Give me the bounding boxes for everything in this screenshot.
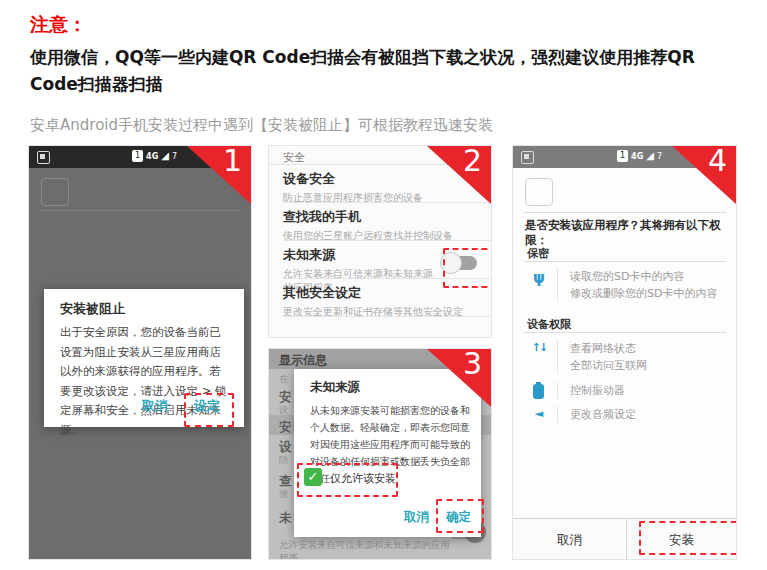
battery-indicator: 7 [657, 152, 662, 161]
install-button-bar: 取消 安装 [513, 518, 736, 559]
section-device-permissions: 设备权限 [527, 317, 571, 332]
dialog-title: 未知来源 [310, 379, 360, 396]
step-number: 4 [708, 145, 727, 178]
dialog-title: 安装被阻止 [60, 300, 125, 318]
screenshot-unknown-sources-dialog: 显示信息 在 安 设 安 设 防 查 使 未 允许安装来自可信来源和未知来源的应… [268, 348, 492, 560]
app-icon-placeholder [41, 178, 69, 206]
setting-title: 其他安全设定 [283, 284, 477, 302]
unknown-sources-dialog: 未知来源 从未知来源安装可能损害您的设备和个人数据。轻敲确定，即表示您同意对因使… [294, 369, 481, 537]
divider [283, 202, 491, 203]
setting-title: 查找我的手机 [283, 208, 477, 226]
cancel-button[interactable]: 取消 [142, 397, 168, 415]
install-question: 是否安装该应用程序？其将拥有以下权限： [525, 218, 730, 248]
dimmed-bottom-text: 允许安装来自可信来源和未知来源的应用程序 [279, 539, 454, 560]
notice-body: 使用微信，QQ等一些内建QR Code扫描会有被阻挡下载之状况，强烈建议使用推荐… [30, 44, 744, 98]
dialog-body: 出于安全原因，您的设备当前已设置为阻止安装从三星应用商店以外的来源获得的应用程序… [60, 323, 231, 440]
signal-icon: ◢ [161, 151, 169, 161]
permission-line: 全部访问互联网 [570, 357, 728, 374]
screenshot-security-settings: 安全 设备安全 防止恶意应用程序损害您的设备 查找我的手机 使用您的三星账户远程… [268, 145, 492, 338]
permission-sdcard: ψ 读取您的SD卡中的内容 修改或删除您的SD卡中的内容 [527, 268, 728, 302]
unknown-sources-toggle[interactable] [443, 256, 477, 270]
divider [39, 210, 241, 211]
permission-line: 查看网络状态 [570, 340, 728, 357]
allow-once-checkbox[interactable]: ✓ [304, 468, 322, 486]
settings-section-title: 安全 [283, 150, 305, 165]
setting-item-device-security[interactable]: 设备安全 防止恶意应用程序损害您的设备 [283, 170, 477, 205]
divider [523, 332, 726, 333]
divider [523, 261, 726, 262]
toggle-knob [440, 252, 462, 274]
dimmed-partial-text: 使 [279, 488, 289, 501]
notification-icon [521, 151, 534, 164]
setting-item-other-security[interactable]: 其他安全设定 更改安全更新和证书存储等其他安全设定 [283, 284, 477, 319]
setting-title: 未知来源 [283, 246, 437, 264]
divider [283, 278, 491, 279]
step-number: 2 [463, 145, 482, 178]
vibrate-icon [533, 384, 544, 399]
check-icon: ✓ [308, 469, 319, 484]
permission-network: ↑↓ 查看网络状态 全部访问互联网 [527, 340, 728, 374]
permission-line: 更改音频设定 [570, 406, 728, 423]
tutorial-page: 注意： 使用微信，QQ等一些内建QR Code扫描会有被阻挡下载之状况，强烈建议… [0, 0, 767, 570]
app-icon-placeholder [525, 178, 553, 206]
permission-line: 控制振动器 [570, 382, 728, 399]
install-button[interactable]: 安装 [627, 519, 736, 559]
permission-audio: ◄ 更改音频设定 [527, 406, 728, 423]
permission-line: 读取您的SD卡中的内容 [570, 268, 728, 285]
cancel-button[interactable]: 取消 [404, 509, 429, 526]
step-number: 1 [223, 145, 242, 178]
signal-icon: ◢ [646, 151, 654, 161]
cancel-button[interactable]: 取消 [513, 519, 626, 559]
step-number: 3 [463, 348, 482, 381]
notice-subtitle: 安卓Android手机安装过程中遇到【安装被阻止】可根据教程迅速安装 [30, 116, 493, 135]
section-privacy: 保密 [527, 246, 549, 261]
divider [523, 212, 726, 213]
notification-icon [37, 151, 50, 164]
network-arrows-icon: ↑↓ [529, 341, 549, 354]
settings-button[interactable]: 设定 [194, 397, 220, 415]
checkbox-label: 仅允许该安装 [330, 471, 396, 486]
dimmed-partial-text: 设 [279, 404, 289, 417]
install-screen: 是否安装该应用程序？其将拥有以下权限： 保密 ψ 读取您的SD卡中的内容 修改或… [513, 168, 736, 559]
install-blocked-dialog: 安装被阻止 出于安全原因，您的设备当前已设置为阻止安装从三星应用商店以外的来源获… [44, 289, 244, 427]
sim-indicator: 1 [132, 150, 143, 162]
dimmed-header-text: 显示信息 [279, 352, 327, 369]
dimmed-partial-text: 安 [279, 419, 292, 436]
setting-title: 设备安全 [283, 170, 477, 188]
audio-icon: ◄ [529, 407, 549, 420]
network-type-indicator: 4G [631, 152, 643, 161]
divider [283, 316, 491, 317]
battery-indicator: 7 [172, 152, 177, 161]
setting-item-find-my-phone[interactable]: 查找我的手机 使用您的三星账户远程查找并控制设备 [283, 208, 477, 243]
permission-line: 修改或删除您的SD卡中的内容 [570, 285, 728, 302]
permission-vibrate: 控制振动器 [527, 382, 728, 399]
divider [283, 240, 491, 241]
screenshot-install-permissions: 1 4G ◢ 7 是否安装该应用程序？其将拥有以下权限： 保密 ψ 读取您的SD… [512, 145, 737, 560]
dimmed-partial-text: 防 [279, 454, 289, 467]
dimmed-partial-text: 在 [279, 373, 289, 386]
dimmed-partial-text: 未 [279, 510, 292, 527]
ok-button[interactable]: 确定 [446, 509, 471, 526]
network-type-indicator: 4G [146, 152, 158, 161]
usb-icon: ψ [529, 269, 549, 287]
sim-indicator: 1 [617, 150, 628, 162]
notice-title: 注意： [30, 12, 87, 38]
screenshot-install-blocked: 1 4G ◢ 7 安装被阻止 出于安全原因，您的设备当前已设置为阻止安装从三星应… [28, 145, 252, 560]
